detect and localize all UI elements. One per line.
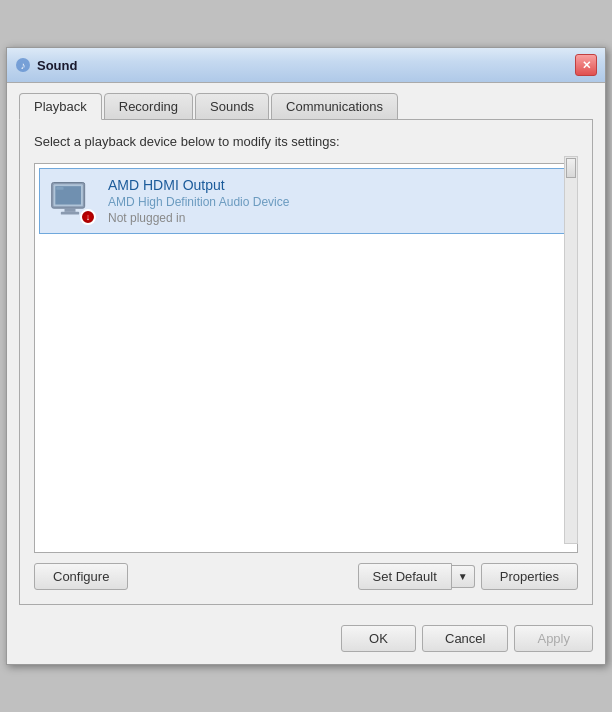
set-default-dropdown-button[interactable]: ▼ [452,565,475,588]
device-name: AMD HDMI Output [108,177,289,193]
tab-sounds[interactable]: Sounds [195,93,269,120]
title-bar-left: ♪ Sound [15,57,77,73]
tab-playback[interactable]: Playback [19,93,102,120]
panel-description: Select a playback device below to modify… [34,134,578,149]
set-default-button[interactable]: Set Default [358,563,452,590]
scrollbar-thumb[interactable] [566,158,576,178]
svg-rect-6 [61,212,79,215]
tab-bar: Playback Recording Sounds Communications [19,93,593,120]
tab-recording[interactable]: Recording [104,93,193,120]
not-plugged-badge [80,209,96,225]
configure-button[interactable]: Configure [34,563,128,590]
cancel-button[interactable]: Cancel [422,625,508,652]
svg-rect-5 [65,208,76,212]
playback-tab-panel: Select a playback device below to modify… [19,119,593,605]
window-title: Sound [37,58,77,73]
set-default-group: Set Default ▼ [358,563,475,590]
device-icon-wrapper [48,177,96,225]
tab-communications[interactable]: Communications [271,93,398,120]
properties-button[interactable]: Properties [481,563,578,590]
apply-button[interactable]: Apply [514,625,593,652]
title-bar: ♪ Sound ✕ [7,48,605,83]
content-area: Playback Recording Sounds Communications… [7,83,605,617]
dialog-footer: OK Cancel Apply [7,617,605,664]
close-button[interactable]: ✕ [575,54,597,76]
scrollbar[interactable] [564,156,578,544]
device-item[interactable]: AMD HDMI Output AMD High Definition Audi… [39,168,573,234]
sound-dialog: ♪ Sound ✕ Playback Recording Sounds Comm… [6,47,606,665]
device-status: Not plugged in [108,211,289,225]
sound-window-icon: ♪ [15,57,31,73]
svg-text:♪: ♪ [21,60,26,71]
device-info: AMD HDMI Output AMD High Definition Audi… [108,177,289,225]
svg-rect-7 [56,187,63,190]
device-driver: AMD High Definition Audio Device [108,195,289,209]
ok-button[interactable]: OK [341,625,416,652]
device-list[interactable]: AMD HDMI Output AMD High Definition Audi… [34,163,578,553]
bottom-buttons: Configure Set Default ▼ Properties [34,563,578,590]
right-buttons: Set Default ▼ Properties [358,563,578,590]
